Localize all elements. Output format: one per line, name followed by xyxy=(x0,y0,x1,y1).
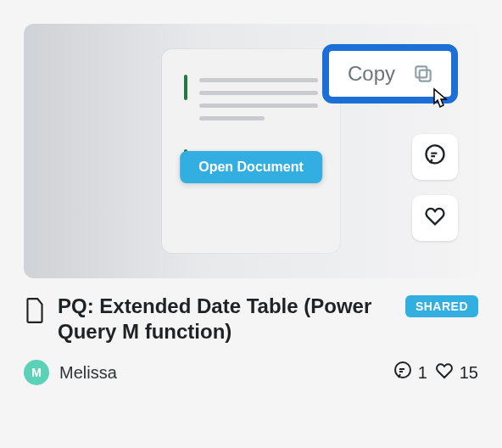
copy-button[interactable]: Copy xyxy=(329,51,451,97)
file-icon xyxy=(24,294,46,328)
comment-count-value: 1 xyxy=(418,363,427,383)
author-avatar[interactable]: M xyxy=(24,360,49,385)
comment-icon xyxy=(423,143,447,171)
document-card: Copy Open Document xyxy=(24,24,478,385)
open-document-button[interactable]: Open Document xyxy=(180,151,322,183)
copy-icon xyxy=(410,61,436,87)
copy-highlight-frame: Copy xyxy=(322,44,458,104)
svg-rect-0 xyxy=(420,70,431,81)
heart-icon xyxy=(423,204,447,232)
card-footer: M Melissa 1 xyxy=(24,344,478,385)
like-count-value: 15 xyxy=(460,363,478,383)
like-button[interactable] xyxy=(412,195,458,241)
comment-count[interactable]: 1 xyxy=(393,361,427,385)
thumbnail-area[interactable]: Copy Open Document xyxy=(24,24,478,278)
copy-button-label: Copy xyxy=(348,62,395,86)
author-name[interactable]: Melissa xyxy=(59,363,393,383)
shared-badge: SHARED xyxy=(405,295,478,317)
open-document-label: Open Document xyxy=(198,160,304,174)
card-stats: 1 15 xyxy=(393,361,478,385)
card-meta: PQ: Extended Date Table (Power Query M f… xyxy=(24,278,478,344)
side-actions xyxy=(412,134,458,241)
comment-button[interactable] xyxy=(412,134,458,180)
heart-icon xyxy=(434,361,455,385)
comment-icon xyxy=(393,361,413,385)
svg-rect-1 xyxy=(416,66,427,77)
card-title[interactable]: PQ: Extended Date Table (Power Query M f… xyxy=(58,294,393,344)
like-count[interactable]: 15 xyxy=(434,361,478,385)
